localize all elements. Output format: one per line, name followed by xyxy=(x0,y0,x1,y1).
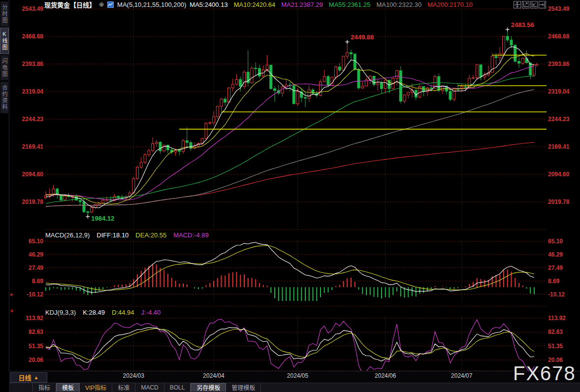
toolbar-tab-7[interactable]: 另存模板 xyxy=(191,383,226,392)
kdj-axis-label-right: 113.92 xyxy=(548,315,579,322)
price-axis-label-right: 2019.78 xyxy=(548,198,579,205)
price-axis-label-right: 2169.41 xyxy=(548,143,579,150)
ma-value-label: MA55:2361.25 xyxy=(329,1,371,8)
price-axis-label-left: 2244.23 xyxy=(7,116,43,123)
date-axis-label: 2024/05 xyxy=(282,372,314,379)
kdj-title: KDJ(9,3,3) xyxy=(45,309,76,316)
circle-plus-icon[interactable]: ⊕ xyxy=(99,1,104,8)
kdj-layer xyxy=(46,319,534,373)
kdj-marker-icon: ✳ xyxy=(10,308,14,314)
price-annotation: 1984.12 xyxy=(91,215,114,222)
price-axis-label-right: 2543.49 xyxy=(548,5,579,12)
price-annotation: 2449.88 xyxy=(351,33,374,41)
ma-params: MA(5,10,21,55,100,200) xyxy=(117,1,186,8)
macd-axis-label-left: 27.49 xyxy=(7,264,43,271)
price-axis-label-right: 2319.04 xyxy=(548,88,579,95)
bottom-toolbar: 指标模板VIP指标标准MACDBOLL另存模板管理模板 xyxy=(9,383,580,392)
ma-value-label: MA200:2170.10 xyxy=(427,1,473,8)
kdj-axis-label-right: 51.35 xyxy=(548,343,579,350)
ma-value-label: MA10:2420.64 xyxy=(234,1,276,8)
chart-header: 现货黄金【日线】 ⊕ MA(5,10,21,55,100,200) MA5:24… xyxy=(44,0,473,9)
price-axis-label-left: 2169.41 xyxy=(7,143,43,150)
toolbar-tab-2[interactable]: 模板 xyxy=(56,383,80,392)
macd-axis-label-right: 27.49 xyxy=(548,264,579,271)
ma-values: MA5:2400.13MA10:2420.64MA21:2387.29MA55:… xyxy=(190,1,473,8)
price-annotation: 2483.56 xyxy=(511,21,534,29)
macd-marker-icon: ✳ xyxy=(9,292,13,297)
ma-value-label: MA5:2400.13 xyxy=(190,1,227,8)
kdj-axis-label-left: 82.63 xyxy=(7,328,43,335)
macd-axis-label-right: -10.12 xyxy=(548,291,579,298)
restore-icon[interactable] xyxy=(539,1,546,8)
date-axis-label: 2024/03 xyxy=(118,372,149,379)
toolbar-spacer xyxy=(9,383,33,392)
date-axis-label: 2024/07 xyxy=(446,372,478,379)
watermark: FX678 xyxy=(513,362,576,385)
pan-icon[interactable] xyxy=(514,1,521,8)
price-axis-label-right: 2244.23 xyxy=(548,116,579,123)
price-axis-label-left: 2319.04 xyxy=(7,88,43,95)
ma-lines-layer xyxy=(46,47,534,208)
window-controls xyxy=(514,1,546,8)
macd-macd-value: MACD:-4.89 xyxy=(173,231,209,239)
price-axis-label-left: 2468.68 xyxy=(7,33,43,40)
price-chart[interactable] xyxy=(0,0,580,392)
trading-app: 分时图K线图闪电图合约资料 现货黄金【日线】 ⊕ MA(5,10,21,55,1… xyxy=(0,0,580,392)
macd-axis-label-right: 46.29 xyxy=(548,251,579,258)
price-axis-label-left: 2543.49 xyxy=(7,5,43,12)
period-label: 日线 xyxy=(19,373,32,382)
price-axis-label-right: 2393.86 xyxy=(548,61,579,67)
price-axis-label-left: 2019.78 xyxy=(7,198,43,205)
macd-header[interactable]: MACD(26,12,9) DIFF:18.10 DEA:20.55 MACD:… xyxy=(45,231,209,239)
ma-value-label: MA21:2387.29 xyxy=(281,1,323,8)
toolbar-tab-4[interactable]: 标准 xyxy=(112,383,135,392)
kdj-k-value: K:28.49 xyxy=(83,309,105,316)
ma-value-label: MA100:2322.30 xyxy=(376,1,421,8)
price-axis-label-right: 2468.68 xyxy=(548,33,579,40)
macd-dea-value: DEA:20.55 xyxy=(135,231,166,239)
macd-axis-label-left: 65.10 xyxy=(7,238,43,245)
zoom-out-icon[interactable] xyxy=(530,1,538,8)
kdj-axis-label-left: 113.92 xyxy=(7,315,43,322)
toolbar-tab-1[interactable]: 指标 xyxy=(33,383,56,392)
price-axis-label-left: 2393.86 xyxy=(7,61,43,67)
kdj-j-value: J:-4.40 xyxy=(141,309,161,316)
price-axis-label-right: 2094.60 xyxy=(548,171,579,178)
macd-title: MACD(26,12,9) xyxy=(45,231,90,239)
macd-axis-label-left: 46.29 xyxy=(7,251,43,258)
price-axis-label-left: 2094.60 xyxy=(7,171,43,178)
toolbar-tab-5[interactable]: MACD xyxy=(135,383,164,392)
toolbar-tab-8[interactable]: 管理模板 xyxy=(226,383,261,392)
period-selector[interactable]: 日线 ▲ xyxy=(10,372,47,383)
toolbar-tab-3[interactable]: VIP指标 xyxy=(80,383,112,392)
zoom-in-icon[interactable] xyxy=(522,1,529,8)
chart-icon[interactable] xyxy=(107,1,114,8)
period-arrow-icon: ▲ xyxy=(34,375,39,380)
kdj-axis-label-right: 82.63 xyxy=(548,328,579,335)
kdj-d-value: D:44.94 xyxy=(112,309,134,316)
date-axis-label: 2024/04 xyxy=(198,372,229,379)
symbol-title: 现货黄金【日线】 xyxy=(44,0,96,9)
toolbar-tab-6[interactable]: BOLL xyxy=(164,383,191,392)
macd-layer xyxy=(46,242,534,307)
macd-diff-value: DIFF:18.10 xyxy=(97,231,129,239)
date-axis-label: 2024/06 xyxy=(370,372,401,379)
macd-axis-label-left: 8.69 xyxy=(7,278,43,285)
kdj-axis-label-left: 20.06 xyxy=(7,357,43,363)
macd-axis-label-right: 8.69 xyxy=(548,278,579,285)
kdj-axis-label-left: 51.35 xyxy=(7,343,43,350)
kdj-header[interactable]: KDJ(9,3,3) K:28.49 D:44.94 J:-4.40 xyxy=(45,309,161,316)
macd-axis-label-right: 65.10 xyxy=(548,238,579,245)
